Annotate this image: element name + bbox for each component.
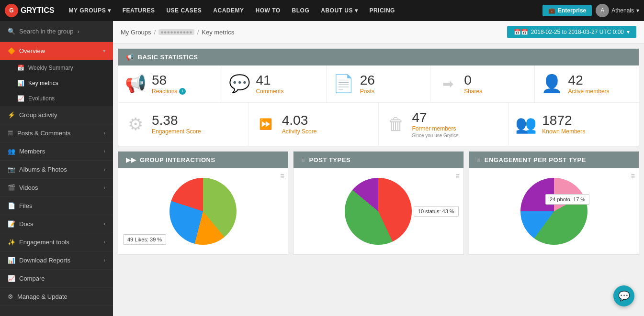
list-icon2: ≡ [477, 156, 481, 163]
download-icon: 📊 [8, 257, 15, 264]
sidebar: 🔍 Search in the group › 🔶 Overview ▾ 📅 W… [0, 21, 113, 316]
main-content: My Groups / ●●●●●●●●●● / Key metrics 📅 2… [113, 21, 644, 316]
list-icon: ≡ [301, 156, 305, 163]
breadcrumb-my-groups[interactable]: My Groups [121, 29, 151, 36]
sidebar-item-overview[interactable]: 🔶 Overview ▾ [0, 42, 113, 60]
known-members-label: Known Members [542, 128, 585, 135]
sidebar-item-posts-comments[interactable]: ☰ Posts & Comments › [0, 124, 113, 142]
chevron-right-icon: › [104, 185, 105, 190]
megaphone-icon: 📢 [126, 54, 134, 61]
nav-blog[interactable]: BLOG [287, 4, 315, 17]
sidebar-item-group-activity[interactable]: ⚡ Group activity [0, 106, 113, 124]
sidebar-item-compare[interactable]: 📈 Compare [0, 270, 113, 288]
posts-label: Posts [360, 88, 375, 95]
chevron-right-icon: › [104, 149, 105, 154]
activity-icon: ⚡ [8, 111, 15, 119]
sidebar-item-label: Members [19, 148, 45, 155]
chevron-right-icon: › [104, 240, 105, 245]
sidebar-item-download-reports[interactable]: 📊 Download Reports › [0, 251, 113, 270]
logo[interactable]: G GRYTICS [5, 4, 55, 17]
chevron-down-icon [108, 7, 111, 14]
breadcrumb-bar: My Groups / ●●●●●●●●●● / Key metrics 📅 2… [113, 21, 644, 44]
chevron-right-icon: › [77, 28, 79, 35]
sidebar-item-docs[interactable]: 📝 Docs › [0, 215, 113, 233]
compare-icon: 📈 [8, 275, 15, 282]
engagement-icon: ✨ [8, 239, 15, 246]
chart-group-interactions-body: ≡ 49 Likes: 39 % [118, 168, 288, 254]
evolutions-icon: 📈 [17, 95, 24, 102]
logo-text: GRYTICS [21, 6, 55, 15]
date-range-button[interactable]: 📅 2018-02-25 to 2018-03-27 UTC 0:00 ▾ [507, 26, 636, 38]
comments-value: 41 [256, 73, 283, 88]
known-members-icon: 👥 [514, 114, 537, 134]
nav-academy[interactable]: ACADEMY [208, 4, 249, 17]
nav-right: 💼 Enterprise A Athenais [542, 4, 639, 17]
basic-statistics-section: 📢 BASIC STATISTICS 📢 58 Reactions + [118, 48, 639, 146]
avatar: A [596, 4, 609, 17]
comments-label: Comments [256, 88, 283, 95]
pie-chart-interactions [169, 178, 237, 245]
charts-section: ▶▶ GROUP INTERACTIONS ≡ 49 Likes: 39 % ≡… [118, 151, 639, 255]
nav-my-groups[interactable]: MY GROUPS [64, 4, 116, 17]
sidebar-item-label: Videos [19, 184, 38, 191]
metrics-icon: 📊 [17, 80, 24, 87]
former-members-sub: Since you use Grytics [412, 133, 459, 138]
stat-activity-score: ⏩ 4.03 Activity Score [249, 103, 379, 146]
sidebar-item-engagement-tools[interactable]: ✨ Engagement tools › [0, 233, 113, 251]
chart-menu-icon[interactable]: ≡ [280, 172, 284, 180]
sidebar-item-label: Download Reports [19, 257, 70, 264]
chart-menu-icon[interactable]: ≡ [455, 172, 459, 180]
reactions-label: Reactions + [152, 88, 186, 95]
breadcrumb-sep2: / [197, 29, 199, 36]
sidebar-item-label: Files [19, 202, 32, 209]
sidebar-item-videos[interactable]: 🎬 Videos › [0, 179, 113, 197]
sidebar-item-albums-photos[interactable]: 📷 Albums & Photos › [0, 161, 113, 179]
sidebar-item-label: Docs [19, 220, 34, 228]
former-members-label: Former members [412, 125, 459, 132]
engagement-score-label: Engagement Score [152, 128, 201, 135]
stat-engagement-score: ⚙ 5.38 Engagement Score [118, 103, 249, 146]
members-icon: 👥 [8, 148, 15, 155]
user-menu[interactable]: A Athenais [596, 4, 639, 17]
sidebar-item-key-metrics[interactable]: 📊 Key metrics [0, 76, 113, 91]
sidebar-sub-overview: 📅 Weekly Summary 📊 Key metrics 📈 Evoluti… [0, 60, 113, 106]
chevron-down-icon: ▾ [627, 29, 630, 35]
reactions-value: 58 [152, 73, 186, 88]
chart-group-interactions: ▶▶ GROUP INTERACTIONS ≡ 49 Likes: 39 % [118, 151, 288, 255]
chart-post-types-header: ≡ POST TYPES [294, 152, 463, 168]
stat-comments: 💬 41 Comments [222, 65, 326, 102]
enterprise-button[interactable]: 💼 Enterprise [542, 5, 592, 16]
sidebar-item-files[interactable]: 📄 Files [0, 197, 113, 215]
docs-icon: 📝 [8, 220, 15, 228]
chart-post-types: ≡ POST TYPES ≡ 10 status: 43 % [293, 151, 463, 255]
stat-shares: ➡ 0 Shares [430, 65, 534, 102]
sidebar-search[interactable]: 🔍 Search in the group › [0, 21, 113, 42]
sidebar-item-label: Engagement tools [19, 239, 69, 246]
sidebar-item-evolutions[interactable]: 📈 Evolutions [0, 91, 113, 106]
sidebar-item-label: Compare [19, 275, 45, 282]
sidebar-item-manage-update[interactable]: ⚙ Manage & Update [0, 288, 113, 306]
sidebar-item-members[interactable]: 👥 Members › [0, 142, 113, 161]
files-icon: 📄 [8, 202, 15, 209]
nav-features[interactable]: FEATURES [118, 4, 160, 17]
chart-menu-icon[interactable]: ≡ [631, 172, 635, 180]
shares-label: Shares [464, 88, 482, 95]
nav-how-to[interactable]: HOW TO [250, 4, 285, 17]
chart-engagement-per-post-body: ≡ 24 photo: 17 % [469, 168, 639, 254]
sidebar-item-label: Posts & Comments [17, 130, 70, 137]
posts-icon: ☰ [8, 130, 13, 137]
nav-about-us[interactable]: ABOUT US [316, 4, 362, 17]
nav-use-cases[interactable]: USE CASES [161, 4, 206, 17]
stat-posts: 📄 26 Posts [327, 65, 430, 102]
chat-button[interactable]: 💬 [613, 285, 634, 306]
sidebar-item-label: Manage & Update [17, 293, 68, 300]
breadcrumb-current: Key metrics [202, 29, 234, 36]
chart-tooltip-post-types: 10 status: 43 % [414, 206, 459, 217]
stat-known-members: 👥 1872 Known Members [508, 103, 639, 146]
chevron-right-icon: › [104, 221, 105, 227]
sidebar-item-weekly-summary[interactable]: 📅 Weekly Summary [0, 60, 113, 76]
stat-former-members: 🗑 47 Former members Since you use Grytic… [379, 103, 509, 146]
top-navigation: G GRYTICS MY GROUPS FEATURES USE CASES A… [0, 0, 644, 21]
nav-pricing[interactable]: PRICING [364, 4, 400, 17]
chat-icon: 💬 [618, 290, 630, 302]
